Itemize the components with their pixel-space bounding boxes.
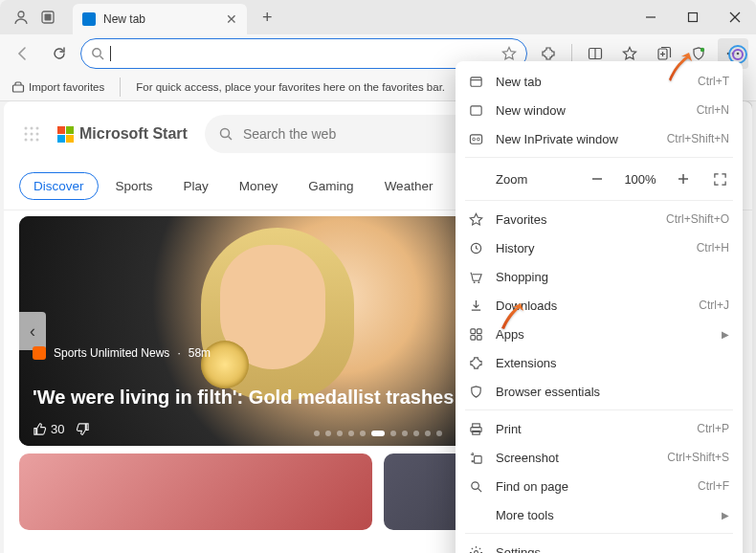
search-placeholder: Search the web — [243, 126, 336, 142]
svg-point-26 — [36, 133, 39, 136]
svg-point-23 — [36, 127, 39, 130]
menu-essentials[interactable]: Browser essentials — [456, 377, 743, 406]
article-age: 58m — [189, 346, 211, 360]
menu-zoom: Zoom 100% — [456, 162, 743, 196]
workspaces-icon[interactable] — [38, 8, 57, 27]
minimize-button[interactable] — [630, 0, 672, 34]
maximize-button[interactable] — [672, 0, 714, 34]
close-window-button[interactable] — [714, 0, 756, 34]
svg-line-31 — [228, 137, 232, 141]
svg-rect-44 — [470, 328, 475, 333]
svg-point-0 — [18, 11, 24, 17]
navtab-weather[interactable]: Weather — [371, 173, 447, 199]
fullscreen-button[interactable] — [706, 167, 733, 190]
history-icon — [467, 239, 484, 256]
svg-point-27 — [25, 139, 28, 142]
close-tab-icon[interactable]: ✕ — [226, 11, 237, 27]
svg-rect-46 — [470, 335, 475, 340]
svg-point-24 — [25, 133, 28, 136]
carousel-prev-button[interactable]: ‹ — [19, 312, 46, 350]
menu-more-tools[interactable]: More tools▶ — [456, 500, 743, 529]
search-icon — [91, 47, 104, 60]
menu-new-tab[interactable]: New tabCtrl+T — [456, 67, 743, 96]
like-count: 30 — [51, 422, 64, 436]
find-icon — [467, 477, 484, 495]
app-launcher-icon[interactable] — [23, 125, 40, 143]
profile-icon[interactable] — [11, 8, 31, 27]
navtab-money[interactable]: Money — [226, 173, 292, 199]
menu-apps[interactable]: Apps▶ — [456, 320, 743, 348]
tab-title: New tab — [103, 12, 218, 26]
like-button[interactable]: 30 — [33, 422, 64, 436]
chevron-right-icon: ▶ — [722, 329, 729, 340]
shopping-icon — [467, 268, 484, 285]
svg-rect-51 — [474, 455, 481, 463]
menu-shopping[interactable]: Shopping — [456, 262, 743, 291]
svg-point-37 — [477, 138, 479, 141]
favorite-star-icon[interactable] — [501, 46, 517, 61]
menu-print[interactable]: PrintCtrl+P — [456, 414, 743, 443]
screenshot-icon — [467, 449, 484, 466]
svg-rect-47 — [477, 335, 481, 340]
svg-rect-32 — [470, 77, 480, 85]
menu-downloads[interactable]: DownloadsCtrl+J — [456, 291, 743, 320]
svg-point-43 — [478, 281, 479, 283]
zoom-out-button[interactable] — [584, 167, 611, 190]
new-tab-icon — [467, 73, 484, 90]
svg-point-29 — [36, 139, 39, 142]
brand-label: Microsoft Start — [79, 125, 188, 143]
svg-point-28 — [31, 139, 33, 142]
svg-rect-45 — [477, 328, 481, 333]
navtab-gaming[interactable]: Gaming — [295, 173, 367, 199]
puzzle-icon — [467, 354, 484, 371]
search-icon — [218, 126, 233, 142]
news-card-1[interactable] — [19, 453, 372, 530]
svg-point-19 — [733, 50, 743, 59]
import-icon — [11, 80, 25, 94]
import-favorites-button[interactable]: Import favorites — [11, 80, 104, 94]
inprivate-icon — [467, 130, 484, 147]
titlebar: New tab ✕ + — [0, 0, 756, 34]
zoom-in-button[interactable] — [670, 167, 697, 190]
star-icon — [467, 210, 484, 228]
new-tab-button[interactable]: + — [255, 8, 280, 28]
navtab-play[interactable]: Play — [170, 173, 222, 199]
menu-find[interactable]: Find on pageCtrl+F — [456, 472, 743, 500]
navtab-discover[interactable]: Discover — [19, 172, 99, 200]
import-favorites-label: Import favorites — [29, 81, 104, 93]
menu-inprivate[interactable]: New InPrivate windowCtrl+Shift+N — [456, 124, 743, 153]
svg-point-42 — [473, 281, 475, 283]
menu-history[interactable]: HistoryCtrl+H — [456, 233, 743, 262]
menu-favorites[interactable]: FavoritesCtrl+Shift+O — [456, 205, 743, 233]
back-button[interactable] — [8, 38, 38, 69]
pulse-icon — [467, 383, 484, 400]
svg-rect-4 — [689, 13, 698, 22]
tab-favicon — [82, 12, 96, 26]
microsoft-start-logo[interactable]: Microsoft Start — [57, 125, 188, 143]
carousel-dots[interactable] — [314, 431, 442, 436]
refresh-button[interactable] — [44, 38, 75, 69]
svg-point-36 — [472, 138, 475, 141]
menu-settings[interactable]: Settings — [456, 538, 743, 553]
menu-new-window[interactable]: New windowCtrl+N — [456, 96, 743, 124]
microsoft-logo-icon — [57, 126, 74, 143]
svg-point-14 — [700, 48, 704, 52]
navtab-sports[interactable]: Sports — [102, 173, 167, 199]
source-icon — [33, 346, 46, 360]
browser-tab[interactable]: New tab ✕ — [73, 4, 247, 34]
svg-line-8 — [100, 56, 104, 60]
settings-menu: New tabCtrl+T New windowCtrl+N New InPri… — [456, 61, 743, 553]
dislike-button[interactable] — [76, 422, 90, 436]
svg-point-30 — [220, 129, 229, 138]
source-name: Sports Unlimited News — [54, 346, 169, 360]
hero-source: Sports Unlimited News · 58m — [33, 346, 211, 360]
svg-point-25 — [31, 133, 33, 136]
menu-extensions[interactable]: Extensions — [456, 348, 743, 377]
svg-rect-34 — [470, 105, 480, 114]
svg-point-52 — [471, 481, 478, 489]
apps-icon — [467, 325, 484, 343]
print-icon — [467, 420, 484, 437]
chevron-right-icon: ▶ — [722, 510, 729, 520]
menu-screenshot[interactable]: ScreenshotCtrl+Shift+S — [456, 443, 743, 472]
address-input[interactable] — [111, 47, 501, 61]
